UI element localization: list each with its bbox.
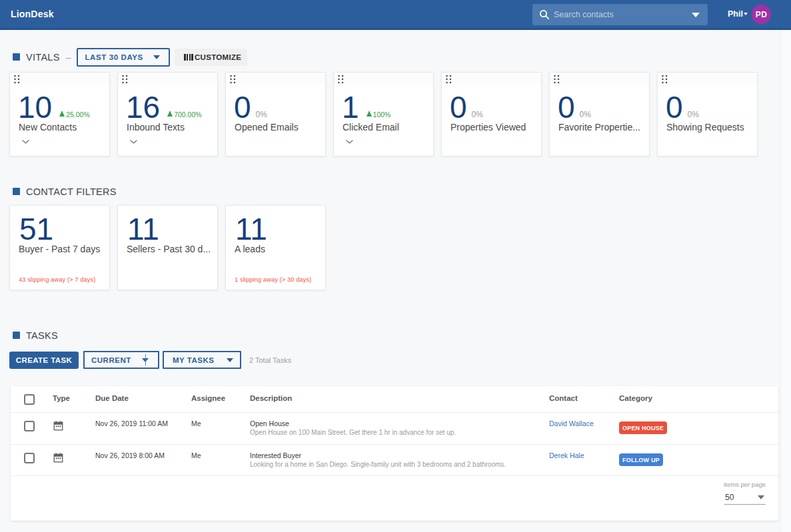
column-header-assignee[interactable]: Assignee: [191, 394, 225, 402]
task-title: Interested Buyer: [250, 451, 301, 459]
vitals-value: 0: [558, 92, 575, 123]
task-category-badge[interactable]: FOLLOW UP: [619, 453, 663, 466]
task-assignee: Me: [191, 419, 201, 427]
drag-handle-icon[interactable]: [444, 74, 453, 84]
vitals-card-properties-viewed: 0 0% Properties Viewed: [441, 72, 542, 156]
vitals-square-icon: [13, 53, 20, 61]
filter-value: 11: [127, 214, 159, 244]
triangle-up-icon: [167, 111, 173, 117]
task-assignee: Me: [191, 451, 201, 459]
vitals-grid: 10 25.00% New Contacts 16 700.00% Inboun…: [9, 72, 758, 156]
search-dropdown-caret-icon[interactable]: [692, 13, 700, 17]
task-title: Open House: [250, 419, 289, 427]
tasks-square-icon: [13, 332, 20, 339]
tasks-controls: CREATE TASK CURRENT MY TASKS 2 Total Tas…: [9, 351, 291, 369]
vitals-value: 1: [342, 92, 359, 123]
vitals-delta: 0%: [256, 110, 267, 119]
vitals-delta: 0%: [580, 110, 591, 119]
task-status-cursor-line: [145, 354, 146, 366]
task-contact-link[interactable]: David Wallace: [549, 419, 594, 427]
vitals-delta: 700.00%: [167, 111, 201, 119]
row-checkbox[interactable]: [24, 453, 35, 463]
vitals-card-favorite-properties: 0 0% Favorite Propertie...: [549, 72, 650, 156]
user-menu-caret-icon[interactable]: [744, 13, 748, 15]
customize-label: CUSTOMIZE: [195, 53, 241, 61]
contact-filters-header: CONTACT FILTERS: [13, 187, 117, 196]
contact-filters-title: CONTACT FILTERS: [26, 186, 117, 197]
vitals-delta: 100%: [367, 111, 391, 119]
chevron-down-icon[interactable]: [130, 140, 137, 144]
filter-label: A leads: [235, 244, 265, 254]
filter-card-sellers[interactable]: 11 Sellers - Past 30 d...: [117, 205, 218, 290]
tasks-header: TASKS: [13, 331, 58, 340]
user-menu[interactable]: Phil: [728, 9, 743, 19]
column-header-contact[interactable]: Contact: [549, 394, 578, 402]
vitals-delta: 0%: [472, 110, 483, 119]
items-per-page-label: Items per page: [724, 481, 766, 488]
chevron-down-icon[interactable]: [22, 140, 29, 144]
items-per-page-select[interactable]: 50: [724, 491, 766, 505]
task-description: Looking for a home in San Diego. Single-…: [250, 461, 506, 468]
filter-label: Sellers - Past 30 d...: [127, 244, 211, 254]
table-row: Nov 26, 2019 8:00 AM Me Interested Buyer…: [11, 445, 778, 476]
total-tasks-label: 2 Total Tasks: [249, 356, 291, 364]
drag-handle-icon[interactable]: [552, 74, 561, 84]
contact-filters-grid: 51 Buyer - Past 7 days 43 slipping away …: [9, 205, 326, 290]
items-per-page-value: 50: [725, 493, 734, 502]
drag-handle-icon[interactable]: [660, 74, 669, 84]
triangle-up-icon: [367, 111, 372, 117]
task-status-dropdown[interactable]: CURRENT: [83, 351, 159, 369]
brand-logo[interactable]: LionDesk: [11, 9, 54, 19]
card-handle-strip: [10, 73, 109, 85]
vitals-card-new-contacts: 10 25.00% New Contacts: [9, 72, 110, 156]
avatar[interactable]: PD: [752, 5, 771, 24]
vitals-title: VITALS: [26, 52, 60, 63]
vitals-value: 16: [126, 92, 160, 123]
task-owner-label: MY TASKS: [173, 356, 214, 364]
row-checkbox[interactable]: [24, 421, 35, 431]
column-header-type[interactable]: Type: [53, 394, 70, 402]
vitals-value: 0: [450, 92, 467, 123]
vitals-label: Clicked Email: [343, 122, 399, 133]
drag-handle-icon[interactable]: [337, 74, 345, 84]
tasks-table: Type Due Date Assignee Description Conta…: [11, 386, 778, 521]
task-description: Open House on 100 Main Street. Get there…: [250, 429, 456, 436]
vitals-label: New Contacts: [19, 122, 77, 133]
vitals-card-showing-requests: 0 0% Showing Requests: [657, 72, 758, 156]
task-status-label: CURRENT: [91, 356, 131, 364]
vitals-card-clicked-email: 1 100% Clicked Email: [333, 72, 434, 156]
card-handle-strip: [118, 73, 217, 85]
task-category-badge[interactable]: OPEN HOUSE: [619, 421, 667, 434]
filter-label: Buyer - Past 7 days: [19, 244, 100, 254]
vitals-label: Opened Emails: [235, 122, 299, 133]
task-contact-link[interactable]: Derek Hale: [549, 451, 584, 459]
vitals-value: 10: [18, 92, 52, 123]
vitals-range-dropdown[interactable]: LAST 30 DAYS: [77, 48, 170, 67]
column-header-category[interactable]: Category: [619, 394, 652, 402]
select-all-checkbox[interactable]: [24, 394, 35, 405]
card-handle-strip: [226, 73, 325, 85]
vitals-value: 0: [234, 92, 251, 123]
search-input[interactable]: Search contacts: [532, 4, 708, 25]
drag-handle-icon[interactable]: [229, 74, 237, 84]
task-owner-dropdown[interactable]: MY TASKS: [163, 351, 241, 369]
chevron-down-icon[interactable]: [346, 140, 353, 144]
drag-handle-icon[interactable]: [121, 74, 129, 84]
vitals-card-opened-emails: 0 0% Opened Emails: [225, 72, 326, 156]
vitals-label: Inbound Texts: [127, 122, 185, 133]
filter-warning: 43 slipping away (> 7 days): [19, 276, 95, 283]
card-handle-strip: [442, 73, 541, 85]
create-task-button[interactable]: CREATE TASK: [9, 352, 79, 369]
filter-value: 51: [19, 214, 53, 244]
column-header-due-date[interactable]: Due Date: [95, 394, 129, 402]
scrollbar-track[interactable]: [780, 30, 791, 532]
filter-card-buyer[interactable]: 51 Buyer - Past 7 days 43 slipping away …: [9, 205, 110, 290]
card-handle-strip: [658, 73, 757, 85]
vitals-range-caret-icon: [153, 55, 160, 59]
customize-button[interactable]: CUSTOMIZE: [175, 49, 247, 66]
customize-bars-icon: [184, 54, 194, 61]
drag-handle-icon[interactable]: [13, 74, 21, 84]
column-header-description[interactable]: Description: [250, 394, 292, 402]
filter-card-a-leads[interactable]: 11 A leads 1 slipping away (> 30 days): [225, 205, 326, 290]
task-due-date: Nov 26, 2019 8:00 AM: [95, 451, 165, 459]
